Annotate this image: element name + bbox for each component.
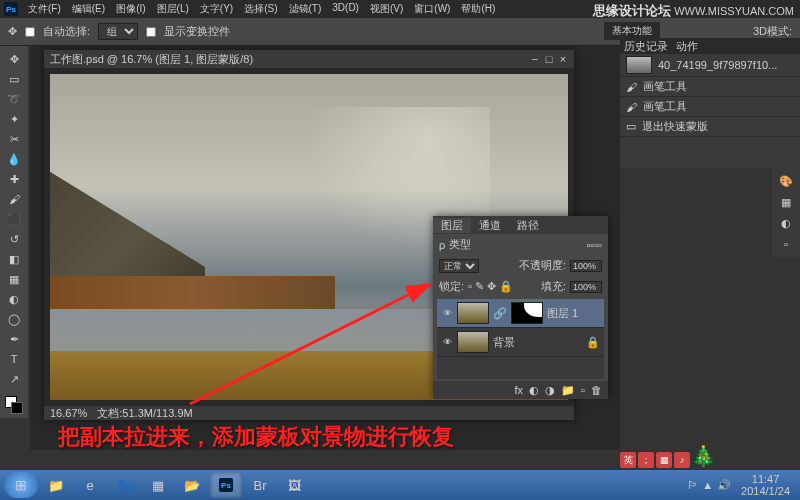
move-tool-icon[interactable]: ✥ [8, 25, 17, 38]
path-tool-icon[interactable]: ↗ [4, 370, 24, 388]
dodge-tool-icon[interactable]: ◯ [4, 310, 24, 328]
brush-tool-icon[interactable]: 🖌 [4, 190, 24, 208]
annotation-text: 把副本拉进来，添加蒙板对景物进行恢复 [58, 422, 454, 452]
heal-tool-icon[interactable]: ✚ [4, 170, 24, 188]
tray-flag-icon[interactable]: 🏳 [687, 479, 698, 491]
menu-image[interactable]: 图像(I) [112, 0, 149, 18]
menu-layer[interactable]: 图层(L) [153, 0, 193, 18]
lock-label: 锁定: [439, 279, 464, 294]
opacity-label: 不透明度: [519, 258, 566, 273]
minimize-icon[interactable]: − [530, 53, 540, 65]
blend-mode-select[interactable]: 正常 [439, 259, 479, 273]
pen-tool-icon[interactable]: ✒ [4, 330, 24, 348]
visibility-icon[interactable]: 👁 [441, 308, 453, 318]
color-panel-icon[interactable]: 🎨 [775, 172, 797, 190]
layer-name[interactable]: 背景 [493, 335, 515, 350]
move-tool-icon[interactable]: ✥ [4, 50, 24, 68]
menu-type[interactable]: 文字(Y) [196, 0, 237, 18]
marquee-tool-icon[interactable]: ▭ [4, 70, 24, 88]
lock-icon: 🔒 [586, 336, 600, 349]
maximize-icon[interactable]: □ [544, 53, 554, 65]
tab-paths[interactable]: 路径 [509, 218, 547, 233]
folder-icon[interactable]: 📂 [176, 472, 208, 498]
menu-window[interactable]: 窗口(W) [410, 0, 454, 18]
document-title: 工作图.psd @ 16.7% (图层 1, 图层蒙版/8) [50, 52, 253, 67]
collapsed-panels: 🎨 ▦ ◐ ▫ [772, 168, 800, 257]
image-icon[interactable]: 🖼 [278, 472, 310, 498]
watermark: 思缘设计论坛 WWW.MISSYUAN.COM [593, 2, 794, 20]
auto-select-checkbox[interactable] [25, 27, 35, 37]
trash-icon[interactable]: 🗑 [591, 384, 602, 396]
blur-tool-icon[interactable]: ◐ [4, 290, 24, 308]
adjust-panel-icon[interactable]: ◐ [775, 214, 797, 232]
menu-filter[interactable]: 滤镜(T) [285, 0, 326, 18]
auto-select-label: 自动选择: [43, 24, 90, 39]
clock[interactable]: 11:472014/1/24 [735, 473, 796, 497]
wand-tool-icon[interactable]: ✦ [4, 110, 24, 128]
lasso-tool-icon[interactable]: ➰ [4, 90, 24, 108]
menu-bar: 文件(F) 编辑(E) 图像(I) 图层(L) 文字(Y) 选择(S) 滤镜(T… [24, 0, 499, 18]
gradient-tool-icon[interactable]: ▦ [4, 270, 24, 288]
tree-decoration: 🎄 [691, 444, 716, 468]
doc-filesize: 文档:51.3M/113.9M [97, 406, 192, 421]
tab-history[interactable]: 历史记录 [624, 39, 668, 54]
tray-speaker-icon[interactable]: 🔊 [717, 479, 731, 492]
fill-label: 填充: [541, 279, 566, 294]
show-transform-checkbox[interactable] [146, 27, 156, 37]
new-layer-icon[interactable]: ▫ [581, 384, 585, 396]
start-button[interactable]: ⊞ [4, 472, 38, 498]
menu-view[interactable]: 视图(V) [366, 0, 407, 18]
ime-tray[interactable]: 英;▦♪ [620, 452, 690, 468]
eraser-tool-icon[interactable]: ◧ [4, 250, 24, 268]
layer-filter-label: 类型 [449, 237, 471, 252]
baidu-icon[interactable]: 🐾 [108, 472, 140, 498]
history-snapshot[interactable]: 40_74199_9f79897f10... [620, 54, 800, 77]
auto-select-target[interactable]: 组 [98, 23, 138, 40]
zoom-level[interactable]: 16.67% [50, 407, 87, 419]
opacity-input[interactable] [570, 260, 602, 272]
tab-channels[interactable]: 通道 [471, 218, 509, 233]
photoshop-task-icon[interactable]: Ps [210, 472, 242, 498]
history-step[interactable]: ▭退出快速蒙版 [620, 117, 800, 137]
color-swatch[interactable] [5, 396, 23, 414]
layer-row[interactable]: 👁 背景 🔒 [437, 328, 604, 357]
mask-thumbnail[interactable] [511, 302, 543, 324]
ie-icon[interactable]: e [74, 472, 106, 498]
layer-thumbnail[interactable] [457, 302, 489, 324]
menu-3d[interactable]: 3D(D) [328, 0, 363, 18]
layer-thumbnail[interactable] [457, 331, 489, 353]
close-icon[interactable]: × [558, 53, 568, 65]
eyedropper-tool-icon[interactable]: 💧 [4, 150, 24, 168]
layers-panel: 图层 通道 路径 ρ类型 ▫▫▫▫ 正常 不透明度: 锁定: ▫ ✎ ✥ 🔒 填… [433, 216, 608, 396]
swatches-panel-icon[interactable]: ▦ [775, 193, 797, 211]
bridge-icon[interactable]: Br [244, 472, 276, 498]
menu-file[interactable]: 文件(F) [24, 0, 65, 18]
fx-icon[interactable]: fx [515, 384, 524, 396]
crop-tool-icon[interactable]: ✂ [4, 130, 24, 148]
document-titlebar[interactable]: 工作图.psd @ 16.7% (图层 1, 图层蒙版/8) − □ × [44, 50, 574, 68]
styles-panel-icon[interactable]: ▫ [775, 235, 797, 253]
history-step[interactable]: 🖌画笔工具 [620, 77, 800, 97]
taskbar: ⊞ 📁 e 🐾 ▦ 📂 Ps Br 🖼 🏳 ▲ 🔊 11:472014/1/24 [0, 470, 800, 500]
history-step[interactable]: 🖌画笔工具 [620, 97, 800, 117]
explorer-icon[interactable]: 📁 [40, 472, 72, 498]
menu-help[interactable]: 帮助(H) [457, 0, 499, 18]
layer-name[interactable]: 图层 1 [547, 306, 578, 321]
fill-input[interactable] [570, 281, 602, 293]
toolbox: ✥ ▭ ➰ ✦ ✂ 💧 ✚ 🖌 ⬛ ↺ ◧ ▦ ◐ ◯ ✒ T ↗ [0, 46, 28, 418]
visibility-icon[interactable]: 👁 [441, 337, 453, 347]
tab-layers[interactable]: 图层 [433, 218, 471, 233]
adjust-icon[interactable]: ◑ [545, 384, 555, 397]
link-icon[interactable]: 🔗 [493, 307, 507, 320]
menu-edit[interactable]: 编辑(E) [68, 0, 109, 18]
folder-icon[interactable]: 📁 [561, 384, 575, 397]
tray-chevron-icon[interactable]: ▲ [702, 479, 713, 491]
stamp-tool-icon[interactable]: ⬛ [4, 210, 24, 228]
mask-icon[interactable]: ◐ [529, 384, 539, 397]
app-icon[interactable]: ▦ [142, 472, 174, 498]
layer-row[interactable]: 👁 🔗 图层 1 [437, 299, 604, 328]
tab-actions[interactable]: 动作 [676, 39, 698, 54]
text-tool-icon[interactable]: T [4, 350, 24, 368]
history-brush-icon[interactable]: ↺ [4, 230, 24, 248]
menu-select[interactable]: 选择(S) [240, 0, 281, 18]
